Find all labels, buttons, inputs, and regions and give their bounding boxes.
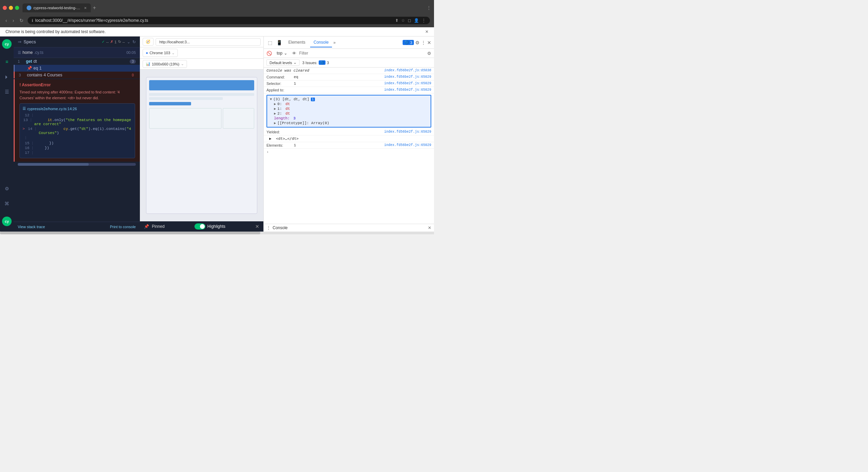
spec-time: 00:05 xyxy=(126,50,136,55)
browser-menu-icon[interactable]: ⋮ xyxy=(426,5,431,11)
sidebar-icon-specs[interactable]: ≡ xyxy=(3,57,10,67)
devtools-more-footer-icon[interactable]: ⋮ xyxy=(266,225,271,230)
command-link[interactable]: index.fd56be2f.js:65029 xyxy=(384,75,431,79)
tree-root-row[interactable]: ▼ (3) [dt, dt, dt] i xyxy=(270,97,428,102)
default-levels-select[interactable]: Default levels ⌄ xyxy=(266,59,300,66)
context-label: top xyxy=(277,51,283,56)
devtools-inspect-icon[interactable]: ⬚ xyxy=(266,39,274,47)
close-button[interactable] xyxy=(3,6,7,10)
cmd-eq[interactable]: 📌 eq 1 xyxy=(14,65,140,72)
tree-item-0[interactable]: ▶ 0: dt xyxy=(274,102,428,106)
line-num-12: 12 xyxy=(23,113,29,117)
minimize-button[interactable] xyxy=(9,6,13,10)
preview-compass-btn[interactable]: 🧭 xyxy=(143,38,154,46)
console-cleared-row: Console was cleared index.fd56be2f.js:65… xyxy=(264,68,434,74)
sidebar-icon-list[interactable]: ☰ xyxy=(3,87,11,97)
print-console-link[interactable]: Print to console xyxy=(110,225,136,229)
selector-link[interactable]: index.fd56be2f.js:65029 xyxy=(384,82,431,85)
tree-item-2[interactable]: ▶ 2: dt xyxy=(274,111,428,116)
active-tab[interactable]: cypress-realworld-testing-cou ✕ xyxy=(23,3,91,12)
notification-close[interactable]: ✕ xyxy=(425,29,429,34)
preview-url-text: http://localhost:3... xyxy=(159,40,190,44)
view-stack-trace-link[interactable]: View stack trace xyxy=(18,225,45,229)
command-value: eq xyxy=(294,75,384,79)
sidebar-icon-runs[interactable]: ⏵ xyxy=(2,72,11,82)
yielded-link[interactable]: index.fd56be2f.js:65029 xyxy=(384,130,431,134)
console-filter-input[interactable] xyxy=(299,51,424,56)
console-settings-icon[interactable]: ⚙ xyxy=(427,51,431,56)
more-icon[interactable]: ⋮ xyxy=(422,18,426,23)
applied-link[interactable]: index.fd56be2f.js:65029 xyxy=(384,88,431,92)
share-icon[interactable]: ⬆ xyxy=(395,18,399,23)
maximize-button[interactable] xyxy=(15,6,19,10)
chrome-browser-label: Chrome 103 xyxy=(149,51,170,55)
specs-panel: ⇒ Specs ✓ -- ✗ 1 ↻ -- ⌄ ↻ ☰ home .c xyxy=(14,36,140,232)
cypress-bottom-logo[interactable]: cy xyxy=(2,217,12,226)
main-layout: cy ≡ ⏵ ☰ ⚙ ⌘ cy ⇒ Specs ✓ -- ✗ 1 ↻ -- xyxy=(0,36,434,232)
preview-panel: 🧭 http://localhost:3... ● Chrome 103 ⌄ 📊… xyxy=(140,36,263,232)
tree-item-1[interactable]: ▶ 1: dt xyxy=(274,106,428,111)
url-bar[interactable]: ℹ localhost:3000/__/#/specs/runner?file=… xyxy=(28,17,430,24)
cmd-badge-1: 3 xyxy=(130,59,136,64)
error-message: Timed out retrying after 4000ms: Expecte… xyxy=(19,89,135,101)
reload-icon[interactable]: ↻ xyxy=(132,40,136,44)
tab-elements[interactable]: Elements xyxy=(285,38,309,47)
tab-close-icon[interactable]: ✕ xyxy=(84,6,87,10)
cmd-get[interactable]: 1 get dt 3 xyxy=(14,58,140,65)
back-button[interactable]: ‹ xyxy=(4,17,9,24)
context-select[interactable]: top ⌄ xyxy=(275,50,289,56)
highlights-label: Highlights xyxy=(207,224,226,229)
yielded-value[interactable]: ▶ <dt>…</dt> xyxy=(266,136,299,141)
sidebar-icon-keyboard[interactable]: ⌘ xyxy=(2,199,11,208)
devtools-more-icon[interactable]: ⋮ xyxy=(421,40,426,45)
tab-title: cypress-realworld-testing-cou xyxy=(33,6,82,10)
context-chevron: ⌄ xyxy=(284,51,287,56)
preview-toolbar: 🧭 http://localhost:3... xyxy=(140,36,263,47)
chrome-browser-btn[interactable]: ● Chrome 103 ⌄ xyxy=(143,49,178,57)
devtools-issues-badge[interactable]: 🔵 3 xyxy=(403,40,414,45)
tab-console[interactable]: Console xyxy=(310,38,332,47)
new-tab-button[interactable]: + xyxy=(93,5,96,11)
tree-length-row: length: 3 xyxy=(274,116,428,121)
issue-icon: 🔵 xyxy=(404,40,409,45)
filter-icon[interactable]: ⌄ xyxy=(127,40,130,44)
prompt-arrow: › xyxy=(266,150,269,154)
elements-link[interactable]: index.fd56be2f.js:65029 xyxy=(384,143,431,147)
cmd-num-3: 3 xyxy=(19,73,24,77)
preview-size-btn[interactable]: 📊 1000x660 (19%) ⌄ xyxy=(143,60,187,68)
reload-button[interactable]: ↻ xyxy=(18,17,25,24)
yielded-value-row: ▶ <dt>…</dt> xyxy=(264,135,434,142)
levels-chevron: ⌄ xyxy=(293,60,296,65)
yielded-dt: <dt>…</dt> xyxy=(274,136,299,141)
sidebar-icon-settings[interactable]: ⚙ xyxy=(3,184,11,193)
issues-label: 3 Issues: xyxy=(302,61,317,65)
highlights-toggle-switch[interactable] xyxy=(194,223,205,230)
preview-close-button[interactable]: ✕ xyxy=(255,224,259,229)
forward-button[interactable]: › xyxy=(11,17,16,24)
horizontal-scrollbar[interactable] xyxy=(18,163,136,166)
profile-icon[interactable]: ◻ xyxy=(408,18,411,23)
cleared-link[interactable]: index.fd56be2f.js:65036 xyxy=(384,69,431,72)
size-chevron: ⌄ xyxy=(181,62,184,66)
cypress-logo[interactable]: cy xyxy=(2,39,12,49)
tree-proto-row[interactable]: ▶ [[Prototype]]: Array(0) xyxy=(274,121,428,126)
devtools-close-icon[interactable]: ✕ xyxy=(427,40,431,45)
devtools-more-tabs[interactable]: » xyxy=(333,40,336,45)
tree-0-label: 0: xyxy=(277,102,282,106)
tree-1-val: dt xyxy=(283,107,290,111)
eye-icon[interactable]: 👁 xyxy=(292,51,296,56)
bookmark-icon[interactable]: ☆ xyxy=(401,18,405,23)
block-icon[interactable]: 🚫 xyxy=(266,51,272,56)
check-icon: ✓ xyxy=(102,40,105,44)
devtools-settings-icon[interactable]: ⚙ xyxy=(415,40,420,45)
scrollbar-thumb xyxy=(18,163,89,166)
error-file-link[interactable]: ☰ cypress/e2e/home.cy.ts:14:26 xyxy=(23,106,132,111)
preview-url-bar[interactable]: http://localhost:3... xyxy=(156,38,261,46)
pin-icon: 📌 xyxy=(27,66,32,71)
devtools-footer-close[interactable]: ✕ xyxy=(428,225,431,230)
bottom-scrollbar[interactable] xyxy=(0,232,434,234)
tree-badge[interactable]: i xyxy=(311,98,315,101)
cmd-contains[interactable]: 3 contains 4 Courses 0 xyxy=(14,72,140,78)
devtools-mobile-icon[interactable]: 📱 xyxy=(275,39,284,47)
account-icon[interactable]: 👤 xyxy=(414,18,419,23)
